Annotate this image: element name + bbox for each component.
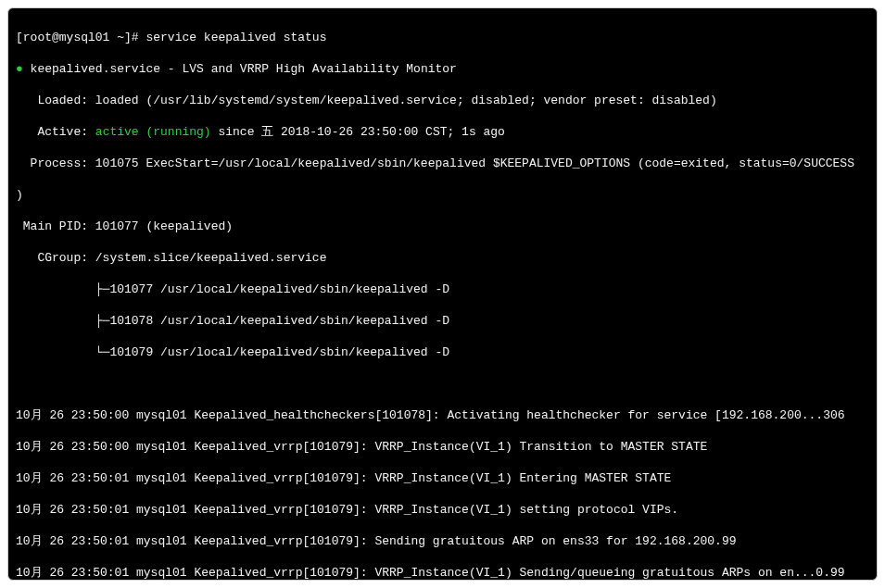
cgroup-item: ├─101077 /usr/local/keepalived/sbin/keep… xyxy=(16,281,869,297)
active-label: Active: xyxy=(16,125,95,139)
active-since: since 五 2018-10-26 23:50:00 CST; 1s ago xyxy=(211,125,505,139)
blank-line xyxy=(16,376,869,392)
active-value: active (running) xyxy=(95,125,211,139)
process-line: Process: 101075 ExecStart=/usr/local/kee… xyxy=(16,156,869,171)
cgroup-item: └─101079 /usr/local/keepalived/sbin/keep… xyxy=(16,344,869,360)
loaded-line: Loaded: loaded (/usr/lib/systemd/system/… xyxy=(16,93,869,108)
log-line: 10月 26 23:50:01 mysql01 Keepalived_vrrp[… xyxy=(16,533,869,549)
cgroup-item: ├─101078 /usr/local/keepalived/sbin/keep… xyxy=(16,313,869,329)
service-title: keepalived.service - LVS and VRRP High A… xyxy=(23,62,457,76)
log-line: 10月 26 23:50:00 mysql01 Keepalived_healt… xyxy=(16,407,869,423)
log-line: 10月 26 23:50:01 mysql01 Keepalived_vrrp[… xyxy=(16,470,869,486)
cgroup-line: CGroup: /system.slice/keepalived.service xyxy=(16,250,869,266)
status-bullet-icon: ● xyxy=(16,62,23,76)
terminal-output[interactable]: [root@mysql01 ~]# service keepalived sta… xyxy=(7,7,878,581)
window-frame: [root@mysql01 ~]# service keepalived sta… xyxy=(0,0,885,588)
log-line: 10月 26 23:50:01 mysql01 Keepalived_vrrp[… xyxy=(16,565,869,581)
command-1: service keepalived status xyxy=(145,31,326,44)
log-line: 10月 26 23:50:01 mysql01 Keepalived_vrrp[… xyxy=(16,502,869,518)
process-paren: ) xyxy=(16,187,869,203)
prompt: [root@mysql01 ~]# xyxy=(16,31,139,44)
log-line: 10月 26 23:50:00 mysql01 Keepalived_vrrp[… xyxy=(16,439,869,455)
mainpid-line: Main PID: 101077 (keepalived) xyxy=(16,219,869,234)
